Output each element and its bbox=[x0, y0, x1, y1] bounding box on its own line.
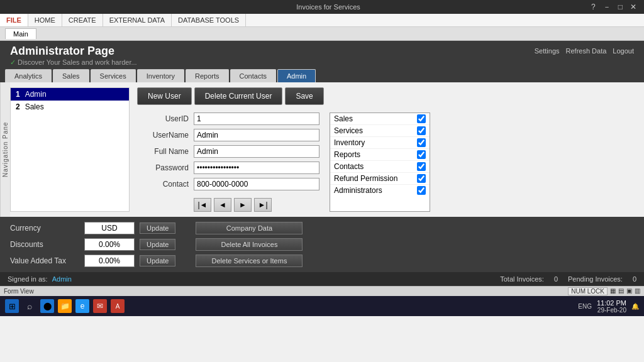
password-input[interactable] bbox=[194, 162, 319, 174]
company-data-button[interactable]: Company Data bbox=[196, 222, 303, 234]
right-content: New User Delete Current User Save UserID… bbox=[130, 82, 644, 217]
perm-sales: Sales bbox=[330, 113, 430, 125]
taskbar-notification-icon[interactable]: 🔔 bbox=[631, 303, 639, 310]
num-lock-badge: NUM LOCK bbox=[568, 287, 608, 295]
taskbar-right: ENG 11:02 PM 29-Feb-20 🔔 bbox=[578, 299, 639, 314]
prev-record-button[interactable]: ◄ bbox=[214, 198, 231, 212]
perm-inventory-checkbox[interactable] bbox=[417, 138, 426, 147]
contact-input[interactable] bbox=[194, 178, 319, 190]
left-panel-item-sales[interactable]: 2 Sales bbox=[11, 101, 129, 113]
username-label: UserName bbox=[137, 131, 194, 140]
status-right: Total Invoices: 0 Pending Invoices: 0 bbox=[500, 275, 636, 283]
perm-contacts: Contacts bbox=[330, 161, 430, 173]
nav-tab-sales[interactable]: Sales bbox=[53, 69, 89, 82]
perm-admin-checkbox[interactable] bbox=[417, 186, 426, 195]
pending-invoices-value: 0 bbox=[633, 275, 636, 283]
ribbon-tab-database[interactable]: DATABASE TOOLS bbox=[172, 14, 246, 26]
delete-current-user-button[interactable]: Delete Current User bbox=[194, 87, 283, 105]
save-button[interactable]: Save bbox=[285, 87, 323, 105]
perm-refund-checkbox[interactable] bbox=[417, 174, 426, 183]
password-label: Password bbox=[137, 163, 194, 172]
ribbon-tab-file[interactable]: FILE bbox=[0, 14, 28, 26]
currency-label: Currency bbox=[10, 224, 79, 233]
task-icon-access[interactable]: A bbox=[111, 299, 125, 313]
nav-tab-admin[interactable]: Admin bbox=[277, 69, 316, 82]
perm-reports: Reports bbox=[330, 149, 430, 161]
nav-tab-contacts[interactable]: Contacts bbox=[230, 69, 276, 82]
help-button[interactable]: ? bbox=[589, 2, 598, 13]
permissions-box: Sales Services Inventory Reports Contact… bbox=[330, 112, 430, 212]
nav-controls: |◄ ◄ ► ►| bbox=[194, 198, 319, 212]
main-tab[interactable]: Main bbox=[5, 28, 36, 39]
left-panel: 1 Admin 2 Sales bbox=[10, 87, 130, 212]
currency-value: USD bbox=[84, 222, 135, 234]
task-icon-folder[interactable]: 📁 bbox=[58, 299, 72, 313]
task-icon-chrome[interactable]: ⬤ bbox=[40, 299, 54, 313]
ribbon-tab-external[interactable]: EXTERNAL DATA bbox=[103, 14, 172, 26]
left-panel-item-admin[interactable]: 1 Admin bbox=[11, 88, 129, 101]
page-subtitle: ✓ Discover Your Sales and work harder... bbox=[10, 58, 137, 67]
task-icon-outlook[interactable]: ✉ bbox=[93, 299, 107, 313]
delete-all-invoices-button[interactable]: Delete All Invoices bbox=[196, 238, 303, 251]
perm-sales-label: Sales bbox=[334, 114, 353, 123]
nav-tab-inventory[interactable]: Inventory bbox=[137, 69, 184, 82]
perm-services-checkbox[interactable] bbox=[417, 126, 426, 135]
sidebar-wrapper: Navigation Pane 1 Admin 2 Sales bbox=[0, 82, 130, 217]
top-actions: Settings Refresh Data Logout bbox=[535, 45, 634, 55]
nav-tab-analytics[interactable]: Analytics bbox=[5, 69, 52, 82]
fullname-input[interactable] bbox=[194, 145, 319, 158]
currency-row: Currency USD Update bbox=[10, 222, 175, 234]
view-icon-3[interactable]: ▣ bbox=[626, 287, 632, 295]
logout-link[interactable]: Logout bbox=[613, 47, 634, 55]
view-icon-2[interactable]: ▤ bbox=[618, 287, 624, 295]
nav-tabs: Analytics Sales Services Inventory Repor… bbox=[0, 69, 644, 82]
delete-services-button[interactable]: Delete Services or Items bbox=[196, 255, 303, 267]
first-record-button[interactable]: |◄ bbox=[194, 198, 211, 212]
perm-contacts-label: Contacts bbox=[334, 162, 364, 171]
page-title: Administrator Page bbox=[10, 45, 137, 58]
new-user-button[interactable]: New User bbox=[137, 87, 192, 105]
next-record-button[interactable]: ► bbox=[234, 198, 252, 212]
userid-input[interactable] bbox=[194, 112, 319, 125]
view-icon-4[interactable]: ▥ bbox=[635, 287, 640, 295]
discounts-update-button[interactable]: Update bbox=[140, 239, 175, 250]
nav-tab-reports[interactable]: Reports bbox=[186, 69, 229, 82]
perm-services-label: Services bbox=[334, 126, 363, 135]
taskbar-date: 29-Feb-20 bbox=[597, 307, 626, 314]
perm-contacts-checkbox[interactable] bbox=[417, 162, 426, 171]
perm-reports-checkbox[interactable] bbox=[417, 150, 426, 159]
page-header-section: Administrator Page ✓ Discover Your Sales… bbox=[0, 41, 644, 82]
vat-value: 0.00% bbox=[84, 255, 135, 267]
discounts-value: 0.00% bbox=[84, 238, 135, 251]
maximize-button[interactable]: □ bbox=[616, 2, 625, 13]
close-button[interactable]: ✕ bbox=[628, 2, 639, 13]
minimize-button[interactable]: － bbox=[601, 2, 613, 13]
taskbar-clock: 11:02 PM 29-Feb-20 bbox=[597, 299, 626, 314]
settings-link[interactable]: Settings bbox=[535, 47, 560, 55]
ribbon: FILE HOME CREATE EXTERNAL DATA DATABASE … bbox=[0, 14, 644, 27]
item-num-2: 2 bbox=[16, 102, 20, 111]
task-icon-search[interactable]: ⌕ bbox=[23, 299, 36, 313]
view-icon-1[interactable]: ▦ bbox=[610, 287, 616, 295]
last-record-button[interactable]: ►| bbox=[254, 198, 272, 212]
form-view-bar: Form View NUM LOCK ▦ ▤ ▣ ▥ bbox=[0, 286, 644, 296]
vat-update-button[interactable]: Update bbox=[140, 255, 175, 266]
ribbon-tab-home[interactable]: HOME bbox=[28, 14, 62, 26]
title-bar: Invoices for Services ? － □ ✕ bbox=[0, 0, 644, 14]
username-input[interactable] bbox=[194, 129, 319, 141]
total-invoices-label: Total Invoices: bbox=[500, 275, 544, 283]
nav-tab-services[interactable]: Services bbox=[91, 69, 136, 82]
task-icon-ie[interactable]: e bbox=[75, 299, 89, 313]
contact-label: Contact bbox=[137, 180, 194, 189]
fullname-row: Full Name bbox=[137, 145, 319, 158]
bottom-bar: Currency USD Update Discounts 0.00% Upda… bbox=[0, 217, 644, 272]
window-title: Invoices for Services bbox=[296, 3, 360, 11]
ribbon-tab-create[interactable]: CREATE bbox=[62, 14, 103, 26]
perm-sales-checkbox[interactable] bbox=[417, 114, 426, 123]
status-left: Signed in as: Admin bbox=[8, 275, 72, 283]
refresh-data-link[interactable]: Refresh Data bbox=[566, 47, 607, 55]
navigation-pane-label: Navigation Pane bbox=[0, 82, 10, 217]
currency-update-button[interactable]: Update bbox=[140, 222, 175, 234]
bottom-right: Company Data Delete All Invoices Delete … bbox=[196, 222, 303, 267]
start-button[interactable]: ⊞ bbox=[5, 299, 19, 313]
